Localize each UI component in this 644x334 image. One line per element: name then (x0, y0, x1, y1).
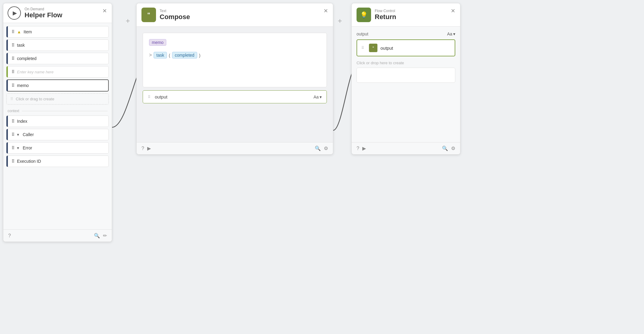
close-button-right[interactable]: ✕ (451, 8, 455, 14)
return-footer: ? ▶ 🔍 ⚙ (352, 142, 460, 154)
drag-handle-new-key: ⠿ (12, 69, 15, 74)
helper-flow-footer: ? 🔍 ✏ (3, 229, 112, 242)
helper-flow-panel: ▶ On Demand Helper Flow ✕ ⠿ ▲ Item ⠿ tas… (3, 3, 112, 242)
panel-subtitle-middle: Text (160, 9, 190, 13)
drag-handle-task: ⠿ (12, 43, 15, 48)
drag-handle-memo: ⠿ (12, 83, 15, 88)
search-button-right[interactable]: 🔍 (442, 145, 448, 151)
return-header: 💡 Flow Control Return ✕ (352, 3, 460, 27)
search-button-middle[interactable]: 🔍 (315, 145, 321, 151)
help-button-left[interactable]: ? (8, 233, 11, 239)
memo-tag: memo (149, 39, 166, 46)
item-row-new-key[interactable]: ⠿ Enter key name here (6, 66, 109, 78)
help-button-right[interactable]: ? (357, 146, 359, 151)
compose-title-group: Text Compose (160, 9, 190, 21)
settings-button-right[interactable]: ⚙ (451, 145, 455, 151)
error-collapse-icon: ▾ (17, 145, 19, 150)
panel-title-left: Helper Flow (25, 11, 62, 19)
aa-button-right[interactable]: Aa ▾ (447, 32, 455, 36)
execution-id-label: Execution ID (17, 159, 41, 164)
helper-flow-title-group: On Demand Helper Flow (25, 7, 62, 19)
compose-body: memo > task ( completed ) ⠿ output Aa ▾ (137, 27, 333, 142)
memo-label: memo (17, 83, 29, 88)
return-panel: 💡 Flow Control Return ✕ output Aa ▾ ⠿ " … (351, 3, 460, 155)
edit-button-left[interactable]: ✏ (103, 233, 107, 239)
open-paren: ( (169, 53, 170, 58)
item-row-item[interactable]: ⠿ ▲ Item (6, 26, 109, 38)
aa-label-middle: Aa (314, 95, 319, 99)
drag-handle-completed: ⠿ (12, 56, 15, 61)
compose-output-left: ⠿ output (148, 94, 168, 99)
item-row-index[interactable]: ⠿ Index (6, 115, 109, 127)
drag-handle-index: ⠿ (12, 119, 15, 124)
drag-handle-execution-id: ⠿ (12, 159, 15, 164)
helper-flow-header: ▶ On Demand Helper Flow ✕ (3, 3, 112, 23)
close-button-left[interactable]: ✕ (102, 8, 107, 14)
output-field-text: output (380, 45, 393, 51)
click-drag-create[interactable]: ⠿ Click or drag to create (6, 93, 109, 105)
formula-line: > task ( completed ) (149, 52, 320, 58)
add-button-left-middle[interactable]: + (126, 17, 130, 25)
index-label: Index (17, 119, 27, 124)
task-label: task (17, 43, 25, 48)
return-body: output Aa ▾ ⠿ " output Click or drop her… (352, 27, 460, 142)
aa-button-middle[interactable]: Aa ▾ (314, 95, 322, 99)
panel-subtitle-right: Flow Control (375, 9, 396, 13)
search-button-left[interactable]: 🔍 (94, 233, 100, 239)
item-row-execution-id[interactable]: ⠿ Execution ID (6, 155, 109, 167)
text-compose-icon: " (141, 8, 156, 22)
play-button-middle[interactable]: ▶ (147, 145, 151, 151)
item-label: Item (24, 29, 32, 34)
compose-footer: ? ▶ 🔍 ⚙ (137, 142, 333, 154)
panel-title-middle: Compose (160, 13, 190, 21)
context-divider: context (6, 106, 109, 115)
new-key-placeholder: Enter key name here (17, 70, 54, 74)
aa-chevron-right: ▾ (453, 32, 455, 36)
settings-button-middle[interactable]: ⚙ (324, 145, 328, 151)
completed-tag: completed (172, 52, 197, 58)
panel-title-right: Return (375, 13, 396, 21)
add-button-middle-right[interactable]: + (338, 17, 342, 25)
panel-subtitle-left: On Demand (25, 7, 62, 11)
arrow-up-icon: ▲ (17, 29, 21, 34)
item-row-caller[interactable]: ⠿ ▾ Caller (6, 129, 109, 140)
output-compose-icon: " (369, 44, 377, 52)
compose-panel: " Text Compose ✕ memo > task ( completed… (136, 3, 333, 155)
compose-formula: memo > task ( completed ) (143, 33, 327, 87)
drop-zone[interactable] (357, 68, 455, 83)
output-label-middle: output (155, 94, 168, 99)
play-button-right[interactable]: ▶ (362, 145, 366, 151)
drop-here-label: Click or drop here to create (357, 61, 455, 65)
error-label: Error (23, 145, 32, 150)
aa-label-right: Aa (447, 32, 452, 36)
output-item-right[interactable]: ⠿ " output (357, 39, 455, 56)
gt-symbol: > (149, 52, 152, 58)
completed-label: completed (17, 56, 37, 61)
on-demand-icon: ▶ (8, 6, 21, 20)
compose-output-row[interactable]: ⠿ output Aa ▾ (143, 90, 327, 103)
item-row-error[interactable]: ⠿ ▾ Error (6, 142, 109, 154)
drag-handle-item: ⠿ (12, 29, 15, 34)
context-label: context (8, 109, 19, 113)
drag-handle-error: ⠿ (12, 145, 15, 150)
output-header-label: output (357, 32, 368, 36)
click-drag-label: Click or drag to create (16, 97, 54, 101)
divider-line (22, 111, 108, 111)
helper-flow-content: ⠿ ▲ Item ⠿ task ⠿ completed ⠿ Enter key … (3, 23, 112, 229)
item-row-completed[interactable]: ⠿ completed (6, 53, 109, 64)
return-title-group: Flow Control Return (375, 9, 396, 21)
close-button-middle[interactable]: ✕ (324, 8, 328, 14)
compose-header: " Text Compose ✕ (137, 3, 333, 27)
item-row-memo[interactable]: ⠿ memo (6, 79, 109, 92)
flow-control-icon: 💡 (357, 8, 371, 22)
aa-chevron: ▾ (320, 95, 322, 99)
item-row-task[interactable]: ⠿ task (6, 39, 109, 51)
caller-label: Caller (23, 132, 34, 137)
help-button-middle[interactable]: ? (141, 146, 144, 151)
drag-handle-caller: ⠿ (12, 132, 15, 137)
task-tag: task (154, 52, 167, 58)
caller-collapse-icon: ▾ (17, 132, 19, 137)
return-header-row: output Aa ▾ (357, 32, 455, 36)
drag-handle-create: ⠿ (10, 97, 13, 101)
close-paren: ) (199, 53, 201, 58)
